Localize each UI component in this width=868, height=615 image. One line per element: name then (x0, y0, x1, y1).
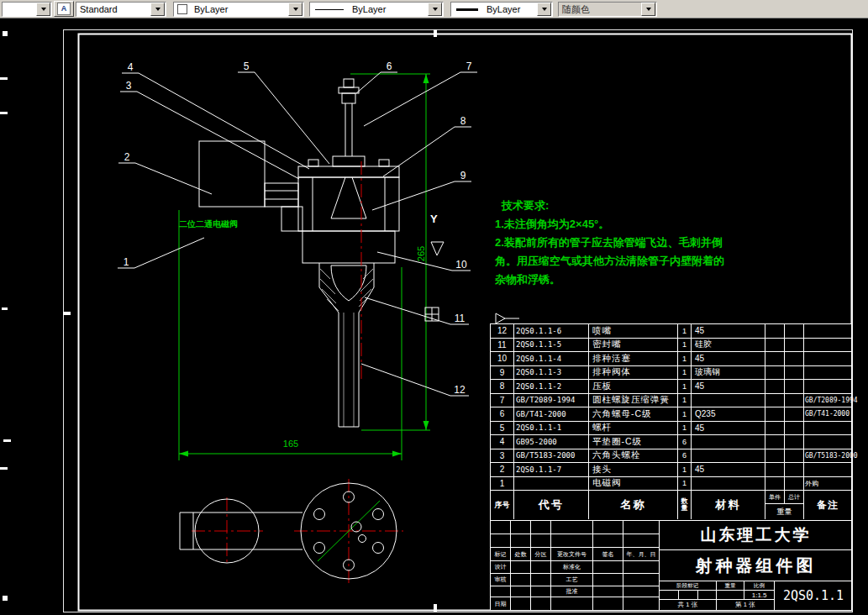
bom-cell-code: GB95-2000 (514, 435, 589, 449)
text-style-dialog-button[interactable]: A (54, 1, 74, 17)
chevron-down-icon[interactable] (537, 3, 551, 16)
sheet-number: 第 1 张 (717, 600, 775, 610)
lineweight-combo[interactable]: ByLayer (450, 2, 553, 17)
technical-requirements: 技术要求: 1.未注倒角均为2×45°。 2.装配前所有的管子应去除管端飞边、毛… (495, 197, 724, 289)
bom-cell-remark: GB/T2089-1994 (804, 394, 851, 407)
bom-cell-name: 六角头螺栓 (589, 449, 678, 463)
bom-cell-total (785, 422, 804, 435)
bom-cell-no: 3 (491, 449, 514, 463)
solenoid-valve-label: 二位二通电磁阀 (179, 218, 238, 230)
bom-cell-no: 8 (491, 380, 514, 393)
bom-cell-remark (804, 463, 851, 476)
sheet-count-row: 共 1 张 第 1 张 (659, 600, 774, 610)
stage-header-row: 阶段标记 重量 比例 (659, 581, 774, 591)
stage-value-row: 1:1.5 (659, 591, 774, 600)
bom-cell-remark (804, 380, 851, 393)
tb-label-standardize: 标准化 (551, 561, 593, 573)
bom-cell-material: 45 (692, 352, 765, 365)
bom-cell-unit (765, 366, 785, 380)
bom-cell-total (785, 324, 804, 338)
chevron-down-icon[interactable] (36, 3, 50, 16)
tb-label-scale: 比例 (744, 581, 774, 590)
tech-req-line: 2.装配前所有的管子应去除管端飞边、毛刺并倒 (495, 234, 724, 252)
bom-cell-no: 2 (491, 463, 514, 476)
bom-cell-total (785, 339, 804, 352)
bom-cell-total (785, 352, 804, 365)
bom-row: 22QS0.1.1-7接头145 (491, 463, 851, 477)
tb-label-approve: 批准 (551, 586, 593, 597)
bom-cell-material (692, 449, 765, 463)
color-swatch-icon (177, 4, 187, 14)
bom-cell-remark (804, 352, 851, 365)
object-properties-toolbar: A Standard ByLayer ByLayer ByLayer 随颜色 (0, 0, 868, 18)
title-block-signature-grid: 标记 处数 分区 更改文件号 签名 年、月、日 设计 标准化 审核 工艺 (491, 521, 659, 610)
bom-cell-qty: 1 (678, 352, 692, 365)
linetype-value: ByLayer (349, 4, 428, 14)
title-block: 标记 处数 分区 更改文件号 签名 年、月、日 设计 标准化 审核 工艺 (490, 521, 852, 611)
bom-rows: 122QS0.1.1-6喷嘴145112QS0.1.1-5密封嘴1硅胶102QS… (491, 324, 851, 491)
bom-cell-material (692, 394, 765, 407)
bom-cell-unit (765, 352, 785, 365)
bom-cell-unit (765, 407, 785, 421)
bom-cell-no: 11 (491, 339, 514, 352)
bom-cell-material: 45 (692, 422, 765, 435)
tb-label-weight: 重量 (717, 581, 745, 590)
bom-cell-name: 密封嘴 (589, 339, 678, 352)
bom-cell-name: 圆柱螺旋压缩弹簧 (589, 394, 678, 407)
bom-cell-remark: GB/T41-2000 (804, 407, 851, 421)
bom-row: 4GB95-2000平垫圈-C级6 (491, 435, 851, 449)
bom-cell-remark (804, 422, 851, 435)
tb-label-date: 日期 (491, 597, 511, 610)
bom-cell-code: 2QS0.1.1-4 (514, 352, 589, 365)
chevron-down-icon[interactable] (288, 3, 302, 16)
bom-cell-qty: 6 (678, 435, 692, 449)
bom-cell-no: 5 (491, 422, 514, 435)
bom-cell-qty: 1 (678, 394, 692, 407)
tech-req-line: 角。用压缩空气或其他方法清除管子内壁附着的 (495, 252, 724, 271)
dimension-width-text: 165 (276, 439, 306, 449)
bom-cell-unit (765, 463, 785, 476)
bom-header-weight: 重量 (765, 504, 803, 519)
bom-cell-qty: 1 (678, 477, 692, 491)
color-combo[interactable]: ByLayer (173, 2, 304, 17)
bom-row: 7GB/T2089-1994圆柱螺旋压缩弹簧1GB/T2089-1994 (491, 394, 851, 408)
bom-header-remark: 备注 (804, 491, 851, 519)
bom-cell-name: 平垫圈-C级 (589, 435, 678, 449)
bom-cell-unit (765, 422, 785, 435)
bom-cell-unit (765, 449, 785, 463)
linetype-combo[interactable]: ByLayer (309, 2, 444, 17)
bom-row: 102QS0.1.1-4排种活塞145 (491, 352, 851, 366)
chevron-down-icon[interactable] (150, 3, 165, 16)
bom-cell-total (785, 380, 804, 393)
bom-cell-total (785, 407, 804, 421)
bom-cell-remark: GB/T5183-2000 (804, 449, 851, 463)
bom-cell-unit (765, 324, 785, 338)
chevron-down-icon[interactable] (428, 3, 442, 16)
bom-row: 82QS0.1.1-2压板145 (491, 380, 851, 394)
scale-value: 1:1.5 (744, 591, 774, 599)
bom-cell-unit (765, 394, 785, 407)
tb-label-count: 处数 (511, 548, 531, 560)
chevron-down-icon (641, 3, 655, 16)
color-value: ByLayer (191, 4, 288, 14)
bom-cell-name: 螺杆 (589, 422, 678, 435)
bom-cell-no: 6 (491, 407, 514, 421)
bom-cell-material: 玻璃钢 (692, 366, 765, 380)
bom-row: 6GB/T41-2000六角螺母-C级1Q235GB/T41-2000 (491, 407, 851, 422)
bom-cell-remark (804, 435, 851, 449)
bom-cell-material: 硅胶 (692, 339, 765, 352)
linetype-sample-icon (315, 9, 344, 10)
text-style-combo[interactable]: Standard (76, 2, 166, 17)
bom-cell-qty: 1 (678, 366, 692, 380)
bom-cell-name: 接头 (589, 463, 678, 476)
bom-cell-code: 2QS0.1.1-5 (514, 339, 589, 352)
bom-cell-total (785, 477, 804, 491)
bom-cell-code: GB/T41-2000 (514, 407, 589, 421)
bom-cell-code: 2QS0.1.1-2 (514, 380, 589, 393)
bom-cell-qty: 1 (678, 463, 692, 476)
tb-label-mark: 标记 (491, 548, 511, 560)
layer-combo[interactable] (2, 2, 52, 17)
lineweight-sample-icon (456, 8, 478, 11)
bom-row: 122QS0.1.1-6喷嘴145 (491, 324, 851, 339)
bom-header-material: 材料 (692, 491, 765, 519)
